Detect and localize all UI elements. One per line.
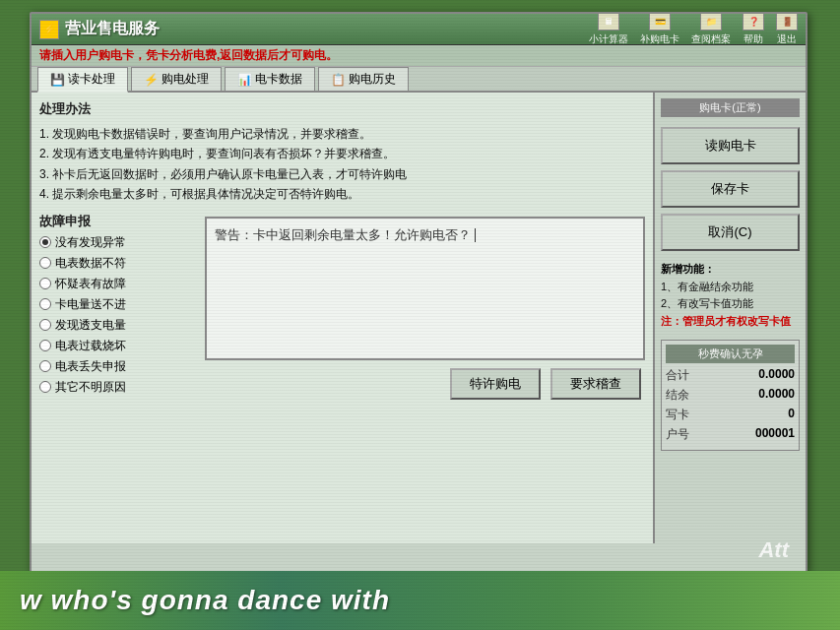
tab-buy-power[interactable]: ⚡ 购电处理 (131, 67, 222, 91)
instruction-2: 2. 发现有透支电量特许购电时，要查询问表有否损坏？并要求稽查。 (39, 144, 645, 163)
summary-account-row: 户号 000001 (666, 426, 795, 443)
feature-warning: 注：管理员才有权改写卡值 (661, 313, 800, 331)
radio-meter-lost[interactable]: 电表丢失申报 (39, 358, 197, 375)
fault-report: 故障申报 没有发现异常 电表数据不符 怀疑表有故障 (39, 213, 197, 400)
tab-card-data[interactable]: 📊 电卡数据 (225, 67, 315, 91)
banner-text: w who's gonna dance with (20, 585, 390, 616)
calculator-icon: 🖩 (598, 13, 619, 31)
right-panel-header: 购电卡(正常) (661, 98, 800, 117)
account-label: 户号 (666, 426, 689, 443)
account-value: 000001 (755, 426, 795, 443)
status-text: 请插入用户购电卡，凭卡分析电费,返回数据后才可购电。 (39, 47, 338, 64)
radio-found-overload[interactable]: 发现透支电量 (39, 317, 197, 334)
radio-card-energy-no-enter[interactable]: 卡电量送不进 (39, 296, 197, 313)
fault-section: 故障申报 没有发现异常 电表数据不符 怀疑表有故障 (39, 213, 645, 400)
tool-help[interactable]: ❓ 帮助 (743, 13, 764, 46)
radio-no-abnormal[interactable]: 没有发现异常 (39, 234, 197, 251)
tab-icon-buy-power: ⚡ (144, 73, 159, 87)
radio-dot-meter-data-wrong (39, 257, 51, 269)
main-content: 处理办法 1. 发现购电卡数据错误时，要查询用户记录情况，并要求稽查。 2. 发… (32, 93, 806, 543)
save-card-button[interactable]: 保存卡 (661, 170, 800, 208)
help-icon: ❓ (743, 13, 764, 31)
tool-inquiry[interactable]: 📁 查阅档案 (691, 13, 731, 46)
tab-icon-buy-history: 📋 (331, 73, 346, 87)
summary-box: 秒费确认无孕 合计 0.0000 结余 0.0000 写卡 0 户号 00000… (661, 340, 800, 451)
att-text: Att (758, 537, 789, 563)
left-panel: 处理办法 1. 发现购电卡数据错误时，要查询用户记录情况，并要求稽查。 2. 发… (32, 93, 653, 543)
balance-label: 结余 (666, 387, 689, 404)
recharge-icon: 💳 (649, 13, 671, 31)
tab-card-read[interactable]: 💾 读卡处理 (37, 67, 128, 93)
bottom-buttons: 特许购电 要求稽查 (205, 368, 645, 400)
tab-buy-history[interactable]: 📋 购电历史 (318, 67, 409, 91)
radio-other-unknown[interactable]: 其它不明原因 (39, 379, 197, 396)
exit-icon: 🚪 (776, 13, 798, 31)
write-value: 0 (788, 407, 795, 423)
status-bar: 请插入用户购电卡，凭卡分析电费,返回数据后才可购电。 (32, 45, 806, 67)
tab-icon-card-read: 💾 (50, 73, 65, 87)
summary-write-row: 写卡 0 (666, 407, 795, 423)
new-features-title: 新增功能： (661, 261, 800, 279)
title-bar: ⚡ 营业售电服务 🖩 小计算器 💳 补购电卡 📁 查阅档案 ❓ 帮助 🚪 退出 (32, 14, 806, 45)
section-title: 处理办法 (39, 100, 645, 118)
radio-dot-found-overload (39, 319, 51, 331)
read-card-button[interactable]: 读购电卡 (661, 127, 800, 164)
instructions: 1. 发现购电卡数据错误时，要查询用户记录情况，并要求稽查。 2. 发现有透支电… (39, 124, 645, 205)
text-cursor (475, 228, 476, 242)
tool-calculator[interactable]: 🖩 小计算器 (589, 13, 628, 46)
warning-text: 警告：卡中返回剩余电量太多！允许购电否？ (215, 227, 471, 242)
cancel-button[interactable]: 取消(C) (661, 214, 800, 251)
feature-2: 2、有改写卡值功能 (661, 295, 800, 313)
summary-balance-row: 结余 0.0000 (666, 387, 795, 404)
tab-icon-card-data: 📊 (237, 73, 252, 87)
tool-recharge[interactable]: 💳 补购电卡 (640, 13, 679, 46)
radio-dot-meter-lost (39, 360, 51, 372)
radio-meter-data-wrong[interactable]: 电表数据不符 (39, 255, 197, 272)
new-features: 新增功能： 1、有金融结余功能 2、有改写卡值功能 注：管理员才有权改写卡值 (661, 261, 800, 330)
radio-dot-meter-fault (39, 278, 51, 289)
app-window: ⚡ 营业售电服务 🖩 小计算器 💳 补购电卡 📁 查阅档案 ❓ 帮助 🚪 退出 (30, 12, 808, 573)
balance-value: 0.0000 (758, 387, 795, 404)
feature-1: 1、有金融结余功能 (661, 279, 800, 296)
request-inquiry-button[interactable]: 要求稽查 (550, 368, 641, 400)
tab-bar: 💾 读卡处理 ⚡ 购电处理 📊 电卡数据 📋 购电历史 (32, 67, 806, 93)
allow-purchase-button[interactable]: 特许购电 (450, 368, 541, 400)
fault-title: 故障申报 (39, 213, 197, 230)
radio-dot-no-abnormal (39, 236, 51, 248)
radio-dot-other-unknown (39, 381, 51, 393)
app-title: 营业售电服务 (65, 19, 589, 39)
right-panel: 购电卡(正常) 读购电卡 保存卡 取消(C) 新增功能： 1、有金融结余功能 2… (653, 93, 806, 543)
write-label: 写卡 (666, 407, 689, 423)
instruction-1: 1. 发现购电卡数据错误时，要查询用户记录情况，并要求稽查。 (39, 124, 645, 144)
summary-total-row: 合计 0.0000 (666, 367, 795, 384)
app-icon: ⚡ (39, 20, 59, 39)
toolbar: 🖩 小计算器 💳 补购电卡 📁 查阅档案 ❓ 帮助 🚪 退出 (589, 13, 798, 46)
instruction-4: 4. 提示剩余电量太多时，可根据具体情况决定可否特许购电。 (39, 184, 645, 204)
radio-meter-fault[interactable]: 怀疑表有故障 (39, 276, 197, 292)
total-label: 合计 (666, 367, 689, 384)
tool-exit[interactable]: 🚪 退出 (776, 13, 798, 46)
bottom-banner: w who's gonna dance with (0, 571, 840, 630)
radio-dot-card-energy-no-enter (39, 298, 51, 310)
radio-meter-burned[interactable]: 电表过载烧坏 (39, 338, 197, 354)
inquiry-icon: 📁 (700, 13, 722, 31)
total-value: 0.0000 (758, 367, 795, 384)
warning-box: 警告：卡中返回剩余电量太多！允许购电否？ (205, 217, 645, 360)
instruction-3: 3. 补卡后无返回数据时，必须用户确认原卡电量已入表，才可特许购电 (39, 164, 645, 184)
radio-dot-meter-burned (39, 340, 51, 351)
summary-header: 秒费确认无孕 (666, 345, 795, 363)
